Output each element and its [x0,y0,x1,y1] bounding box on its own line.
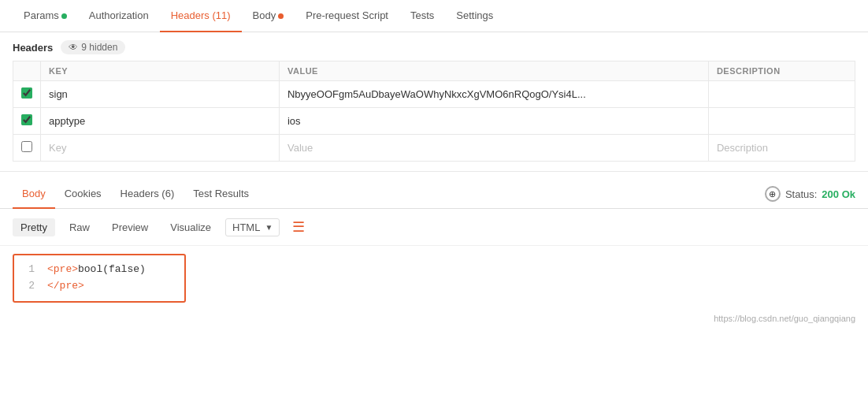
status-value: 200 Ok [822,188,855,200]
col-value-header: VALUE [279,61,708,81]
row2-key[interactable]: apptype [41,108,280,135]
status-area: ⊕ Status: 200 Ok [765,186,855,202]
headers-label: Headers [13,42,53,54]
code-content-2: </pre> [47,278,84,295]
headers-label-row: Headers 👁 9 hidden [13,40,855,54]
col-key-header: KEY [41,61,280,81]
tab-settings[interactable]: Settings [445,0,504,32]
line-num-1: 1 [24,262,35,278]
row3-value[interactable]: Value [279,135,708,162]
tab-authorization[interactable]: Authorization [78,0,160,32]
footer-url: https://blog.csdn.net/guo_qiangqiang [0,311,868,326]
row3-checkbox-cell [13,135,41,162]
row1-key[interactable]: sign [41,81,280,108]
row1-checkbox[interactable] [21,87,32,99]
tag-pre-open: <pre> [47,263,78,275]
body-dot [278,13,284,19]
row1-desc [708,81,855,108]
row1-checkbox-cell [13,81,41,108]
params-dot [61,13,67,19]
headers-table: KEY VALUE DESCRIPTION sign NbyyeOOFgm5Au… [13,61,855,162]
view-btn-visualize[interactable]: Visualize [162,218,219,236]
globe-icon: ⊕ [765,186,781,202]
row2-desc [708,108,855,135]
row3-checkbox[interactable] [21,141,32,152]
response-tab-cookies[interactable]: Cookies [55,180,111,209]
table-row: Key Value Description [13,135,855,162]
headers-section: Headers 👁 9 hidden KEY VALUE DESCRIPTION… [0,32,868,162]
format-select[interactable]: HTML ▼ [225,218,280,236]
tab-body[interactable]: Body [242,0,295,32]
view-btn-pretty[interactable]: Pretty [13,218,55,236]
response-tab-headers[interactable]: Headers (6) [111,180,184,209]
row2-checkbox[interactable] [21,114,32,125]
response-section: Body Cookies Headers (6) Test Results ⊕ … [0,180,868,326]
response-toolbar: Pretty Raw Preview Visualize HTML ▼ ☰ [0,209,868,246]
code-area: 1 <pre>bool(false) 2 </pre> [0,246,868,311]
row3-key[interactable]: Key [41,135,280,162]
row2-checkbox-cell [13,108,41,135]
response-tab-body[interactable]: Body [13,180,55,209]
row3-desc[interactable]: Description [708,135,855,162]
code-content-1: <pre>bool(false) [47,262,146,278]
row2-value[interactable]: ios [279,108,708,135]
tab-tests[interactable]: Tests [399,0,445,32]
tab-params[interactable]: Params [13,0,78,32]
response-tab-bar: Body Cookies Headers (6) Test Results ⊕ … [0,180,868,209]
line-num-2: 2 [24,278,35,295]
hidden-badge[interactable]: 👁 9 hidden [61,40,125,54]
view-btn-preview[interactable]: Preview [104,218,156,236]
code-line-2: 2 </pre> [24,278,175,295]
eye-icon: 👁 [69,42,78,53]
table-row: sign NbyyeOOFgm5AuDbayeWaOWhyNkxcXgVMO6n… [13,81,855,108]
view-btn-raw[interactable]: Raw [61,218,98,236]
col-desc-header: DESCRIPTION [708,61,855,81]
wrap-icon: ☰ [292,219,305,235]
code-block: 1 <pre>bool(false) 2 </pre> [13,254,186,303]
tag-pre-close: </pre> [47,280,84,292]
chevron-down-icon: ▼ [265,223,273,232]
response-tab-test-results[interactable]: Test Results [184,180,258,209]
wrap-button[interactable]: ☰ [286,215,311,239]
tab-prerequest[interactable]: Pre-request Script [295,0,399,32]
table-row: apptype ios [13,108,855,135]
code-line-1: 1 <pre>bool(false) [24,262,175,278]
col-checkbox-header [13,61,41,81]
row1-value[interactable]: NbyyeOOFgm5AuDbayeWaOWhyNkxcXgVMO6nRQogO… [279,81,708,108]
tab-headers[interactable]: Headers (11) [160,0,242,32]
top-tab-bar: Params Authorization Headers (11) Body P… [0,0,868,32]
status-label: Status: [785,188,817,200]
